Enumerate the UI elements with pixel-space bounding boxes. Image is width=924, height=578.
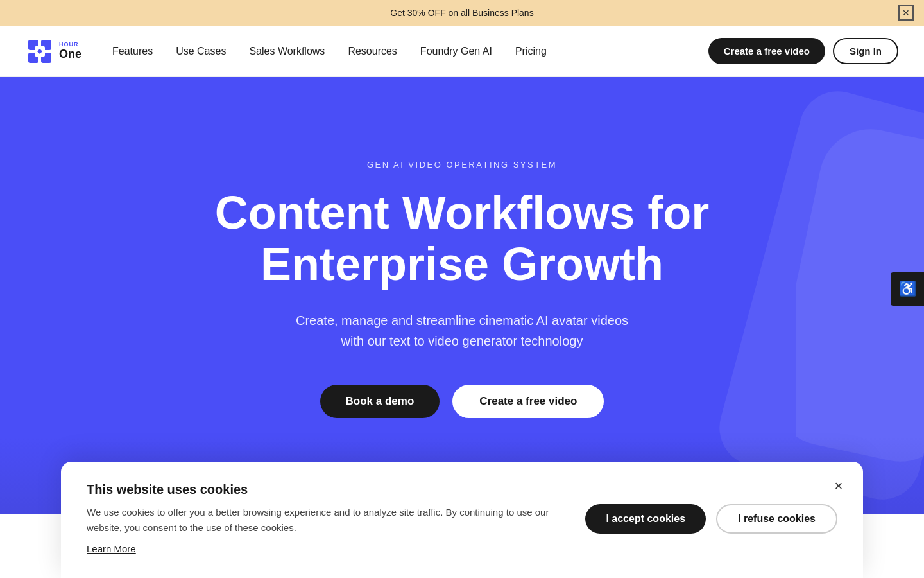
book-demo-button[interactable]: Book a demo bbox=[320, 385, 440, 418]
hero-section: GEN AI VIDEO OPERATING SYSTEM Content Wo… bbox=[0, 77, 924, 514]
cookie-content: This website uses cookies We use cookies… bbox=[87, 482, 560, 555]
nav-actions: Create a free video Sign In bbox=[708, 38, 898, 64]
cookie-text: We use cookies to offer you a better bro… bbox=[87, 505, 560, 536]
hero-subtitle-line1: Create, manage and streamline cinematic … bbox=[296, 313, 628, 328]
navigation: HOUR One Features Use Cases Sales Workfl… bbox=[0, 26, 924, 77]
cookie-title: This website uses cookies bbox=[87, 482, 560, 497]
refuse-cookies-button[interactable]: I refuse cookies bbox=[716, 504, 837, 534]
hero-subtitle: Create, manage and streamline cinematic … bbox=[296, 310, 628, 351]
logo-link[interactable]: HOUR One bbox=[26, 37, 81, 66]
announcement-close-button[interactable]: ✕ bbox=[898, 5, 914, 21]
accessibility-icon: ♿ bbox=[899, 281, 916, 297]
cookie-close-button[interactable]: × bbox=[830, 477, 848, 495]
nav-foundry-gen-ai[interactable]: Foundry Gen AI bbox=[420, 46, 492, 57]
hero-title-line1: Content Workflows for bbox=[215, 187, 710, 238]
accept-cookies-button[interactable]: I accept cookies bbox=[585, 504, 706, 534]
nav-resources[interactable]: Resources bbox=[348, 46, 397, 57]
nav-use-cases[interactable]: Use Cases bbox=[176, 46, 226, 57]
hero-eyebrow: GEN AI VIDEO OPERATING SYSTEM bbox=[367, 160, 557, 170]
hero-title-line2: Enterprise Growth bbox=[261, 238, 663, 290]
cookie-inner: This website uses cookies We use cookies… bbox=[87, 482, 837, 555]
logo-icon bbox=[26, 37, 54, 66]
logo-title: One bbox=[59, 48, 81, 61]
nav-create-free-button[interactable]: Create a free video bbox=[708, 38, 825, 64]
cookie-buttons: I accept cookies I refuse cookies bbox=[585, 504, 837, 534]
announcement-text: Get 30% OFF on all Business Plans bbox=[390, 8, 533, 18]
nav-sign-in-button[interactable]: Sign In bbox=[833, 38, 898, 64]
cookie-banner: × This website uses cookies We use cooki… bbox=[61, 462, 863, 578]
hero-buttons: Book a demo Create a free video bbox=[320, 385, 604, 418]
nav-links: Features Use Cases Sales Workflows Resou… bbox=[112, 46, 708, 57]
announcement-bar: Get 30% OFF on all Business Plans ✕ bbox=[0, 0, 924, 26]
nav-sales-workflows[interactable]: Sales Workflows bbox=[249, 46, 325, 57]
nav-features[interactable]: Features bbox=[112, 46, 153, 57]
hero-title: Content Workflows for Enterprise Growth bbox=[215, 188, 710, 289]
create-free-video-button[interactable]: Create a free video bbox=[452, 385, 604, 418]
accessibility-button[interactable]: ♿ bbox=[891, 272, 924, 306]
cookie-learn-more-link[interactable]: Learn More bbox=[87, 543, 136, 554]
hero-subtitle-line2: with our text to video generator technol… bbox=[341, 334, 583, 348]
nav-pricing[interactable]: Pricing bbox=[515, 46, 547, 57]
